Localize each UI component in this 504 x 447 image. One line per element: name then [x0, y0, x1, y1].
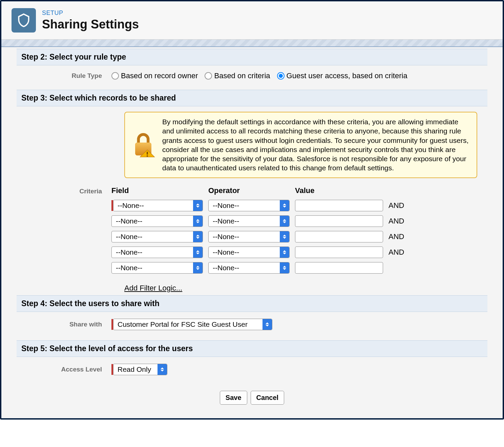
chevron-updown-icon: [193, 200, 203, 211]
chevron-updown-icon: [193, 216, 203, 227]
share-with-label: Share with: [17, 321, 111, 328]
warning-banner: By modifying the default settings in acc…: [124, 112, 477, 178]
step5-header: Step 5: Select the level of access for t…: [17, 340, 487, 357]
radio-guest-criteria[interactable]: Guest user access, based on criteria: [277, 71, 407, 80]
access-level-label: Access Level: [17, 366, 111, 373]
criteria-grid: Field Operator Value --None-- --None-- A…: [111, 186, 416, 274]
chevron-updown-icon: [280, 247, 289, 258]
criteria-label: Criteria: [17, 186, 111, 274]
access-level-row: Access Level Read Only: [17, 357, 487, 385]
criteria-section: Criteria Field Operator Value --None-- -…: [17, 184, 487, 278]
col-field: Field: [111, 186, 203, 196]
share-with-row: Share with Customer Portal for FSC Site …: [17, 312, 487, 340]
operator-select[interactable]: --None--: [208, 247, 290, 258]
value-input[interactable]: [295, 200, 383, 211]
logic-and: AND: [388, 201, 416, 210]
chevron-updown-icon: [262, 319, 272, 330]
step4-header: Step 4: Select the users to share with: [17, 295, 487, 312]
step3-header: Step 3: Select which records to be share…: [17, 90, 487, 106]
operator-select[interactable]: --None--: [208, 215, 290, 227]
access-level-select[interactable]: Read Only: [113, 364, 167, 375]
chevron-updown-icon: [280, 216, 289, 227]
radio-label: Based on criteria: [214, 71, 270, 80]
chevron-updown-icon: [280, 200, 289, 211]
operator-select[interactable]: --None--: [208, 231, 290, 242]
field-select[interactable]: --None--: [111, 231, 203, 242]
setup-label: SETUP: [42, 9, 139, 17]
logic-and: AND: [388, 217, 416, 226]
content-area: Step 2: Select your rule type Rule Type …: [1, 47, 503, 418]
add-filter-logic-link[interactable]: Add Filter Logic...: [124, 284, 182, 292]
value-input[interactable]: [295, 215, 383, 227]
col-operator: Operator: [208, 186, 290, 196]
warning-text: By modifying the default settings in acc…: [162, 117, 470, 173]
save-button[interactable]: Save: [220, 391, 247, 405]
radio-record-owner[interactable]: Based on record owner: [111, 71, 198, 80]
operator-select[interactable]: --None--: [208, 200, 290, 211]
page-title: Sharing Settings: [42, 17, 139, 31]
logic-and: AND: [388, 232, 416, 241]
operator-select[interactable]: --None--: [208, 262, 290, 274]
field-select[interactable]: --None--: [111, 247, 203, 258]
cancel-button[interactable]: Cancel: [251, 391, 285, 405]
field-select[interactable]: --None--: [111, 262, 203, 274]
decorative-strip: [1, 40, 503, 47]
rule-type-radios: Based on record owner Based on criteria …: [111, 71, 407, 80]
radio-criteria[interactable]: Based on criteria: [205, 71, 270, 80]
chevron-updown-icon: [280, 262, 289, 273]
page-header: SETUP Sharing Settings: [1, 1, 503, 40]
chevron-updown-icon: [193, 247, 203, 258]
svg-rect-3: [147, 152, 148, 154]
chevron-updown-icon: [193, 231, 203, 242]
rule-type-row: Rule Type Based on record owner Based on…: [17, 65, 487, 90]
value-input[interactable]: [295, 231, 383, 242]
chevron-updown-icon: [158, 364, 167, 375]
field-select[interactable]: --None--: [111, 215, 203, 227]
rule-type-label: Rule Type: [17, 72, 111, 80]
col-value: Value: [295, 186, 383, 196]
radio-icon: [277, 72, 285, 80]
share-with-select[interactable]: Customer Portal for FSC Site Guest User: [113, 319, 272, 330]
value-input[interactable]: [295, 247, 383, 258]
radio-icon: [205, 72, 212, 80]
field-select[interactable]: --None--: [113, 200, 203, 211]
app-frame: SETUP Sharing Settings Step 2: Select yo…: [0, 0, 504, 420]
action-buttons: Save Cancel: [17, 385, 487, 408]
lock-warning-icon: [131, 117, 155, 173]
value-input[interactable]: [295, 262, 383, 274]
radio-label: Based on record owner: [121, 71, 198, 80]
radio-label: Guest user access, based on criteria: [287, 71, 407, 80]
chevron-updown-icon: [193, 262, 203, 273]
svg-rect-4: [147, 155, 148, 157]
step2-header: Step 2: Select your rule type: [17, 49, 487, 65]
radio-icon: [111, 72, 119, 80]
chevron-updown-icon: [280, 231, 289, 242]
logic-and: AND: [388, 248, 416, 257]
shield-icon: [12, 8, 36, 33]
